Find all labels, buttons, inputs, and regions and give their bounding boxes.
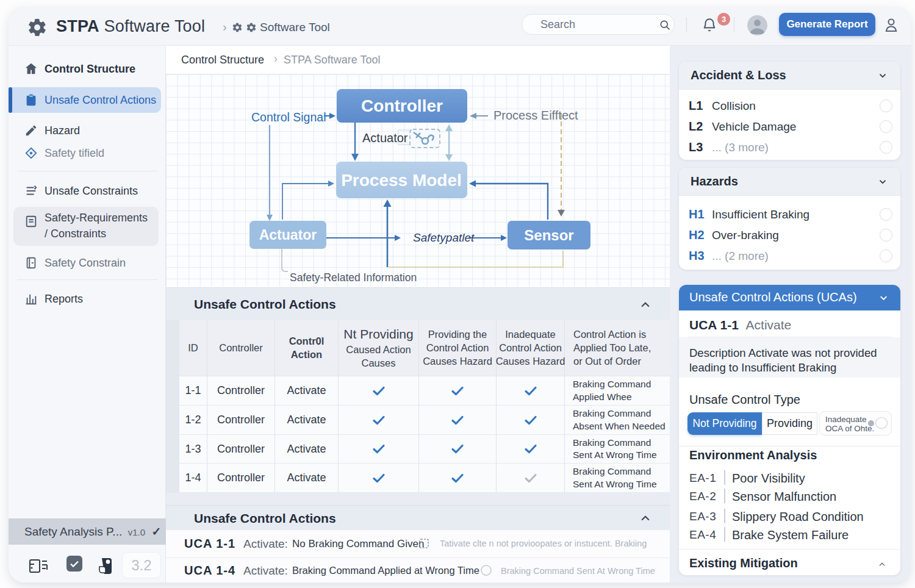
svg-text:Safetypatlet: Safetypatlet — [413, 231, 475, 244]
svg-text:Actuator: Actuator — [259, 227, 317, 243]
svg-text:Process Eifftect: Process Eifftect — [493, 109, 578, 122]
svg-text:Safety-Related Information: Safety-Related Information — [290, 271, 417, 284]
svg-text:Actuator: Actuator — [362, 131, 408, 145]
svg-text:Process Model: Process Model — [341, 171, 462, 190]
svg-text:Controller: Controller — [361, 96, 443, 115]
svg-text:Sensor: Sensor — [524, 227, 573, 243]
svg-text:Control Signal: Control Signal — [251, 110, 326, 124]
